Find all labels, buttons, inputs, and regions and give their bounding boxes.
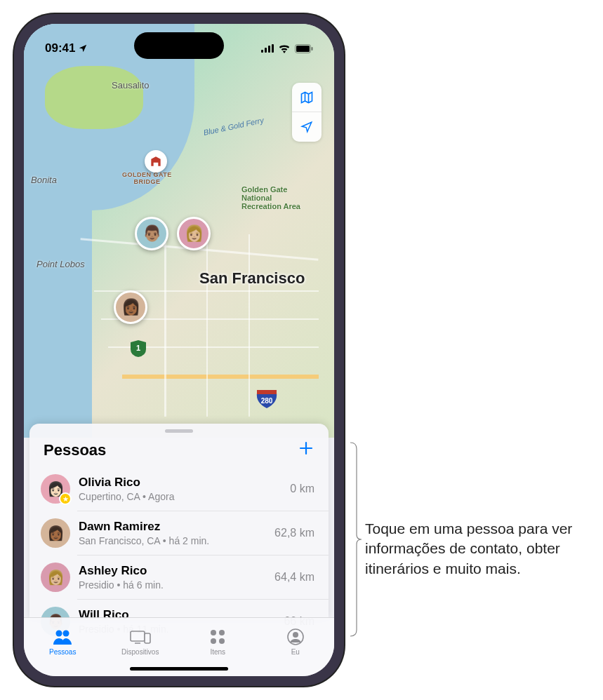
people-sheet[interactable]: Pessoas 👩🏻 ★ Olivia Rico Cupertino, CA •… [29,424,329,620]
phone-frame: 09:41 Sausalito [14,14,344,686]
person-text: Dawn Ramirez San Francisco, CA • há 2 mi… [79,519,266,546]
status-time: 09:41 [45,41,75,55]
svg-rect-1 [265,48,267,53]
highway-shield-280: 280 [256,389,278,410]
person-distance: 0 km [290,483,314,495]
map-controls [292,83,322,142]
battery-icon [295,44,313,53]
map-label-bonita: Bonita [31,175,57,185]
avatar-wrap: 👩🏻 ★ [41,474,70,504]
avatar-wrap: 👩🏾 [41,518,70,548]
cellular-signal-icon [261,44,274,53]
svg-rect-5 [296,46,310,52]
sheet-title: Pessoas [44,441,106,459]
devices-icon [129,630,152,644]
svg-point-17 [219,630,225,635]
tab-items[interactable]: Itens [179,618,257,661]
person-circle-icon [287,628,304,645]
person-location: Presidio • há 6 min. [79,579,266,591]
svg-rect-3 [272,44,274,53]
avatar-pin-dawn[interactable]: 👩🏾 [114,290,147,324]
person-name: Olivia Rico [79,475,281,490]
person-location: San Francisco, CA • há 2 min. [79,534,266,547]
svg-point-21 [293,632,298,638]
tab-label: Dispositivos [121,648,159,656]
svg-rect-0 [261,50,263,53]
people-icon [52,629,73,645]
person-text: Ashley Rico Presidio • há 6 min. [79,563,266,591]
locate-me-button[interactable] [292,112,322,142]
favorite-star-icon: ★ [59,492,72,505]
person-location: Cupertino, CA • Agora [79,490,281,503]
person-name: Ashley Rico [79,563,266,578]
map-icon [300,90,314,105]
map-label-point-lobos: Point Lobos [37,259,85,269]
map-label-sausalito: Sausalito [112,80,149,90]
dynamic-island [134,32,224,59]
person-row[interactable]: 👩🏼 Ashley Rico Presidio • há 6 min. 64,4… [77,555,329,599]
svg-point-11 [56,631,62,637]
tab-people[interactable]: Pessoas [24,618,102,661]
map[interactable]: Sausalito Bonita Point Lobos GOLDEN GATE… [24,24,334,438]
avatar-pin-will[interactable]: 👨🏽 [135,217,168,250]
person-name: Dawn Ramirez [79,519,266,534]
plus-icon [298,440,314,457]
wifi-icon [278,44,291,53]
location-services-icon [78,43,88,53]
tab-me[interactable]: Eu [257,618,335,661]
person-row[interactable]: 👩🏻 ★ Olivia Rico Cupertino, CA • Agora 0… [29,467,329,511]
map-label-ferry: Blue & Gold Ferry [203,116,265,137]
avatar: 👩🏾 [41,518,70,548]
person-text: Olivia Rico Cupertino, CA • Agora [79,475,281,502]
svg-rect-2 [268,46,270,53]
svg-point-18 [211,638,216,644]
highway-shield-1: 1 [129,339,147,358]
person-distance: 62,8 km [274,527,314,539]
tab-label: Pessoas [49,648,76,656]
svg-point-12 [63,631,69,637]
home-indicator[interactable] [130,667,228,671]
map-label-city: San Francisco [199,269,305,288]
add-person-button[interactable] [298,440,314,460]
svg-text:1: 1 [136,344,140,352]
person-row[interactable]: 👩🏾 Dawn Ramirez San Francisco, CA • há 2… [77,511,329,555]
svg-rect-13 [131,631,145,641]
sheet-grabber[interactable] [165,429,193,433]
map-label-golden-gate-bridge: GOLDEN GATE BRIDGE [122,171,172,185]
tab-label: Eu [291,648,300,656]
svg-text:280: 280 [261,397,273,405]
location-arrow-icon [300,121,313,133]
avatar: 👩🏼 [41,563,70,592]
items-icon [210,629,225,645]
map-label-recreation-area: Golden Gate National Recreation Area [241,185,300,210]
svg-point-16 [211,630,216,635]
bridge-pin[interactable] [145,150,167,173]
annotation-bracket [350,442,362,637]
avatar-pin-ashley[interactable]: 👩🏼 [177,217,211,250]
map-mode-button[interactable] [292,83,322,112]
person-distance: 64,4 km [274,571,314,584]
tab-label: Itens [210,648,225,656]
phone-screen: 09:41 Sausalito [24,24,334,676]
tab-devices[interactable]: Dispositivos [102,618,180,661]
annotation-text: Toque em uma pessoa para ver informações… [365,519,597,579]
svg-rect-15 [145,633,150,643]
avatar-wrap: 👩🏼 [41,563,70,592]
svg-rect-6 [312,47,313,51]
svg-point-19 [219,638,225,644]
